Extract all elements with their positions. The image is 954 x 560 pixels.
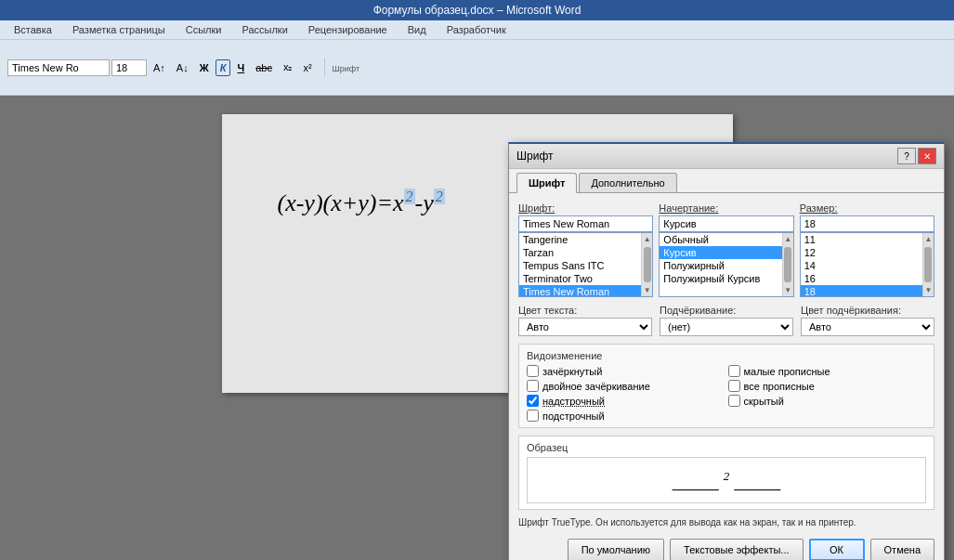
font-columns: Шрифт: Tangerine Tarzan Tempus Sans ITC … [518, 202, 934, 297]
tab-font[interactable]: Шрифт [516, 173, 577, 193]
small-caps-checkbox[interactable]: малые прописные [728, 365, 927, 377]
font-name-field[interactable] [518, 215, 653, 232]
dialog-tabs: Шрифт Дополнительно [509, 169, 944, 192]
list-item-14[interactable]: 14 [801, 259, 922, 272]
grow-font-button[interactable]: A↑ [149, 59, 170, 76]
list-item-11[interactable]: 11 [801, 233, 922, 246]
ribbon-tabs: Вставка Разметка страницы Ссылки Рассылк… [0, 20, 954, 39]
small-caps-label: малые прописные [744, 366, 830, 377]
list-item[interactable]: Terminator Two [519, 272, 641, 285]
hidden-input[interactable] [728, 395, 740, 407]
preview-section: Образец _____ 2 _____ [518, 436, 934, 510]
superscript-label: надстрочный [542, 396, 605, 407]
scroll-thumb[interactable] [924, 247, 932, 282]
preview-text: _____ 2 _____ [673, 469, 781, 492]
font-list[interactable]: Tangerine Tarzan Tempus Sans ITC Termina… [519, 233, 641, 296]
dialog-buttons: По умолчанию Текстовые эффекты... ОК Отм… [518, 535, 934, 560]
size-column: Размер: 11 12 14 16 18 [800, 202, 934, 297]
underline-color-label: Цвет подчёркивания: [801, 305, 934, 316]
title-text: Формулы образец.docx – Microsoft Word [373, 4, 582, 17]
list-item-regular[interactable]: Обычный [660, 233, 781, 246]
style-column-label: Начертание: [659, 202, 793, 214]
underline-select[interactable]: (нет) [660, 318, 793, 336]
scroll-up-arrow[interactable]: ▲ [644, 233, 651, 245]
scroll-thumb[interactable] [784, 247, 791, 282]
size-field[interactable] [800, 215, 934, 232]
text-color-group: Цвет текста: Авто [518, 305, 652, 336]
superscript-input[interactable] [527, 395, 539, 407]
ribbon-tab-references[interactable]: Ссылки [176, 20, 231, 39]
list-item[interactable]: Tangerine [519, 233, 641, 246]
list-item-16[interactable]: 16 [801, 272, 922, 285]
ribbon-tab-developer[interactable]: Разработчик [438, 20, 516, 39]
double-strikethrough-input[interactable] [527, 380, 539, 392]
scroll-down-arrow[interactable]: ▼ [644, 284, 651, 296]
underline-color-select[interactable]: Авто [801, 318, 934, 336]
scroll-thumb[interactable] [644, 247, 651, 282]
modal-overlay: Шрифт ? ✕ Шрифт Дополнительно [0, 96, 954, 560]
dialog-close-button[interactable]: ✕ [918, 148, 936, 164]
default-button[interactable]: По умолчанию [568, 539, 664, 560]
font-list-container: Tangerine Tarzan Tempus Sans ITC Termina… [518, 232, 653, 297]
scroll-up-arrow[interactable]: ▲ [784, 233, 791, 245]
size-list-scrollbar[interactable]: ▲ ▼ [922, 233, 934, 296]
ribbon: Вставка Разметка страницы Ссылки Рассылк… [0, 20, 954, 96]
scroll-up-arrow[interactable]: ▲ [925, 233, 933, 245]
style-list-scrollbar[interactable]: ▲ ▼ [782, 233, 793, 296]
hidden-label: скрытый [744, 396, 784, 407]
dialog-title: Шрифт [516, 150, 553, 163]
list-item[interactable]: Tarzan [519, 246, 641, 259]
all-caps-input[interactable] [728, 380, 740, 392]
tab-advanced[interactable]: Дополнительно [579, 173, 676, 192]
color-row: Цвет текста: Авто Подчёркивание: (нет) [518, 305, 934, 336]
ribbon-tab-review[interactable]: Рецензирование [299, 20, 397, 39]
text-color-label: Цвет текста: [518, 305, 652, 316]
style-list[interactable]: Обычный Курсив Полужирный Полужирный Кур… [660, 233, 781, 296]
ok-button[interactable]: ОК [809, 539, 865, 560]
subscript-input[interactable] [527, 410, 539, 422]
italic-button[interactable]: К [216, 59, 231, 76]
list-item-bold[interactable]: Полужирный [660, 259, 781, 272]
subscript-button[interactable]: x₂ [279, 59, 297, 76]
text-effects-button[interactable]: Текстовые эффекты... [670, 539, 804, 560]
list-item[interactable]: Tempus Sans ITC [519, 259, 641, 272]
all-caps-checkbox[interactable]: все прописные [728, 380, 927, 392]
double-strikethrough-checkbox[interactable]: двойное зачёркивание [527, 380, 725, 392]
scroll-down-arrow[interactable]: ▼ [784, 284, 791, 296]
list-item-italic[interactable]: Курсив [660, 246, 781, 259]
style-list-container: Обычный Курсив Полужирный Полужирный Кур… [659, 232, 793, 297]
strikethrough-button[interactable]: аbc [251, 59, 277, 76]
text-color-select[interactable]: Авто [518, 318, 652, 336]
dialog-controls: ? ✕ [897, 148, 936, 164]
ribbon-tab-mailings[interactable]: Рассылки [232, 20, 296, 39]
list-item-times-new-roman[interactable]: Times New Roman [519, 285, 641, 296]
small-caps-input[interactable] [728, 365, 740, 377]
ribbon-tab-layout[interactable]: Разметка страницы [63, 20, 175, 39]
bold-button[interactable]: Ж [195, 59, 214, 76]
size-list[interactable]: 11 12 14 16 18 [801, 233, 922, 296]
style-field[interactable] [659, 215, 793, 232]
shrink-font-button[interactable]: A↓ [172, 59, 193, 76]
effects-grid: зачёркнутый малые прописные двойное зачё… [527, 365, 926, 422]
list-item-bold-italic[interactable]: Полужирный Курсив [660, 272, 781, 285]
font-list-scrollbar[interactable]: ▲ ▼ [641, 233, 652, 296]
style-column: Начертание: Обычный Курсив Полужирный По… [659, 202, 793, 297]
strikethrough-checkbox[interactable]: зачёркнутый [527, 365, 725, 377]
superscript-button[interactable]: x² [298, 59, 316, 76]
scroll-down-arrow[interactable]: ▼ [925, 284, 933, 296]
cancel-button[interactable]: Отмена [870, 539, 934, 560]
underline-button[interactable]: Ч [232, 59, 249, 76]
font-name-input[interactable] [7, 59, 110, 76]
ribbon-tab-insert[interactable]: Вставка [5, 20, 61, 39]
list-item-12[interactable]: 12 [801, 246, 922, 259]
font-column: Шрифт: Tangerine Tarzan Tempus Sans ITC … [518, 202, 653, 297]
ribbon-tab-view[interactable]: Вид [399, 20, 436, 39]
dialog-help-button[interactable]: ? [897, 148, 916, 164]
hidden-checkbox[interactable]: скрытый [728, 395, 927, 407]
strikethrough-input[interactable] [527, 365, 539, 377]
list-item-18[interactable]: 18 [801, 285, 922, 296]
subscript-label: подстрочный [542, 410, 605, 422]
font-size-input[interactable] [111, 59, 147, 76]
superscript-checkbox[interactable]: надстрочный [527, 395, 725, 407]
subscript-checkbox[interactable]: подстрочный [527, 410, 725, 422]
